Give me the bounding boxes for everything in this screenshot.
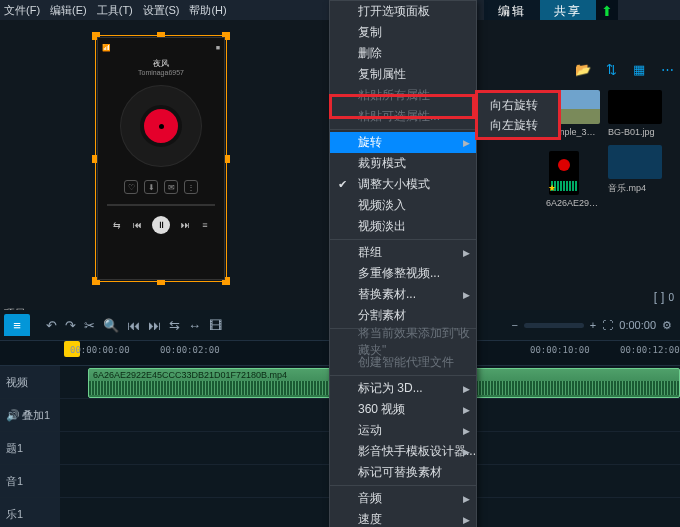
thumb-caption: BG-B01.jpg [608, 127, 662, 137]
menu-help[interactable]: 帮助(H) [189, 3, 226, 18]
sort-icon[interactable]: ⇅ [602, 60, 620, 78]
media-thumbnails: Sample_360.m... BG-B01.jpg ★ 6A26AE2922E… [542, 86, 680, 212]
track-header[interactable]: 音1 [0, 465, 60, 497]
menu-item[interactable]: 标记可替换素材 [330, 462, 476, 483]
menu-item[interactable]: 分割素材 [330, 305, 476, 326]
star-icon: ★ [548, 183, 556, 193]
track-artist: Tominaga6957 [138, 69, 184, 76]
menu-item[interactable]: 裁剪模式 [330, 153, 476, 174]
options-icon[interactable]: ⋯ [658, 60, 676, 78]
upload-icon[interactable]: ⬆ [596, 0, 618, 22]
menu-item[interactable]: 标记为 3D...▶ [330, 378, 476, 399]
more-icon: ⋮ [184, 180, 198, 194]
tool-icon[interactable]: ↔ [188, 318, 201, 333]
menu-item: 创建智能代理文件 [330, 352, 476, 373]
settings-icon[interactable]: ⚙ [662, 319, 672, 332]
pause-icon: ⏸ [152, 216, 170, 234]
download-icon: ⬇ [144, 180, 158, 194]
tool-icon[interactable]: ⇆ [169, 318, 180, 333]
menu-item: 粘贴所有属性 [330, 85, 476, 106]
grid-icon[interactable]: ▦ [630, 60, 648, 78]
zoom-slider[interactable] [524, 323, 584, 328]
redo-icon[interactable]: ↷ [65, 318, 76, 333]
menu-item[interactable]: 旋转▶ [330, 132, 476, 153]
phone-preview: 📶■ 夜风 Tominaga6957 ♡ ⬇ ✉ ⋮ ⇆ ⏮ ⏸ ⏭ ≡ [97, 37, 225, 280]
tool-icon[interactable]: ⏭ [148, 318, 161, 333]
menu-item[interactable]: 打开选项面板 [330, 1, 476, 22]
fit-icon[interactable]: ⛶ [602, 319, 613, 331]
mark-in-icon[interactable]: [ [654, 290, 657, 304]
menu-item[interactable]: 复制属性 [330, 64, 476, 85]
menu-item[interactable]: 360 视频▶ [330, 399, 476, 420]
phone-progress [107, 204, 216, 206]
menu-item[interactable]: 多重修整视频... [330, 263, 476, 284]
menu-settings[interactable]: 设置(S) [143, 3, 180, 18]
selected-clip-frame[interactable]: 📶■ 夜风 Tominaga6957 ♡ ⬇ ✉ ⋮ ⇆ ⏮ ⏸ ⏭ ≡ [95, 35, 227, 282]
tool-icon[interactable]: ✂ [84, 318, 95, 333]
track-title: 夜风 [153, 58, 169, 69]
menu-item[interactable]: 影音快手模板设计器...▶ [330, 441, 476, 462]
rotate-left[interactable]: 向左旋转 [478, 115, 558, 135]
zoom-in-icon[interactable]: + [590, 319, 596, 331]
ruler-tick: 00:00:02:00 [160, 345, 220, 355]
list-icon: ≡ [200, 220, 210, 230]
speaker-icon[interactable]: 🔊 [6, 409, 18, 421]
rotate-submenu[interactable]: 向右旋转 向左旋转 [475, 90, 561, 140]
context-menu[interactable]: 打开选项面板复制删除复制属性粘贴所有属性粘贴可选属性...旋转▶裁剪模式调整大小… [329, 0, 477, 527]
track-header[interactable]: 题1 [0, 432, 60, 464]
thumb-image [608, 145, 662, 179]
undo-icon[interactable]: ↶ [46, 318, 57, 333]
menu-item: 将当前效果添加到"收藏夹" [330, 331, 476, 352]
menu-item[interactable]: 运动▶ [330, 420, 476, 441]
tab-share[interactable]: 共享 [540, 0, 596, 22]
clip-name: 6A26AE2922E45CCC33DB21D01F72180B.mp4 [89, 369, 291, 381]
timeline-tools: ↶ ↷ ✂ 🔍 ⏮ ⏭ ⇆ ↔ 🎞 [46, 318, 222, 333]
ruler-tick: 00:00:12:00 [620, 345, 680, 355]
thumb-image [608, 90, 662, 124]
tool-icon[interactable]: 🔍 [103, 318, 119, 333]
shuffle-icon: ⇆ [112, 220, 122, 230]
right-tabs: 编辑 共享 ⬆ [484, 0, 618, 22]
mark-pos: 0 [668, 292, 674, 303]
status-left: 📶 [102, 44, 111, 52]
next-icon: ⏭ [180, 220, 190, 230]
phone-transport: ⇆ ⏮ ⏸ ⏭ ≡ [112, 216, 210, 234]
rotate-right[interactable]: 向右旋转 [478, 95, 558, 115]
folder-icon[interactable]: 📂 [574, 60, 592, 78]
timecode-display: 0:00:00 [619, 319, 656, 331]
thumb-item[interactable]: BG-B01.jpg [608, 90, 662, 137]
tool-icon[interactable]: 🎞 [209, 318, 222, 333]
zoom-out-icon[interactable]: − [511, 319, 517, 331]
mark-out-icon[interactable]: ] [661, 290, 664, 304]
tool-icon[interactable]: ⏮ [127, 318, 140, 333]
prev-icon: ⏮ [132, 220, 142, 230]
track-header[interactable]: 乐1 [0, 498, 60, 527]
app-root: 文件(F) 编辑(E) 工具(T) 设置(S) 帮助(H) 编辑 共享 ⬆ 📶■… [0, 0, 680, 527]
track-header[interactable]: 🔊叠加1 [0, 399, 60, 431]
record-disc [121, 86, 201, 166]
phone-mini-controls: ♡ ⬇ ✉ ⋮ [124, 180, 198, 194]
thumb-item[interactable]: 音乐.mp4 [608, 145, 662, 208]
menu-item[interactable]: 调整大小模式✔ [330, 174, 476, 195]
menu-file[interactable]: 文件(F) [4, 3, 40, 18]
menu-edit[interactable]: 编辑(E) [50, 3, 87, 18]
menu-item[interactable]: 群组▶ [330, 242, 476, 263]
menu-tools[interactable]: 工具(T) [97, 3, 133, 18]
comment-icon: ✉ [164, 180, 178, 194]
thumb-caption: 音乐.mp4 [608, 182, 662, 195]
ruler-tick: 00:00:00:00 [70, 345, 130, 355]
menu-item[interactable]: 速度▶ [330, 509, 476, 527]
timeline-tab-icon[interactable]: ≡ [4, 314, 30, 336]
tab-edit[interactable]: 编辑 [484, 0, 540, 22]
menu-item[interactable]: 音频▶ [330, 488, 476, 509]
menu-item: 粘贴可选属性... [330, 106, 476, 127]
menu-item[interactable]: 视频淡出 [330, 216, 476, 237]
track-header[interactable]: 视频 [0, 366, 60, 398]
menu-item[interactable]: 视频淡入 [330, 195, 476, 216]
menu-item[interactable]: 复制 [330, 22, 476, 43]
menu-item[interactable]: 删除 [330, 43, 476, 64]
menu-item[interactable]: 替换素材...▶ [330, 284, 476, 305]
ruler-tick: 00:00:10:00 [530, 345, 590, 355]
thumb-item[interactable]: ★ 6A26AE2922E4... [546, 145, 600, 208]
status-right: ■ [216, 44, 220, 52]
